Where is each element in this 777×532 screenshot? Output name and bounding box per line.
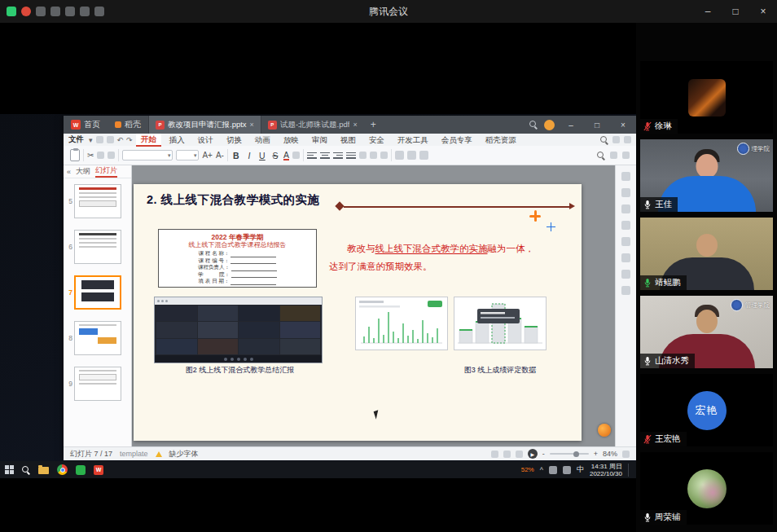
wps-taskbar-icon[interactable]: W: [94, 465, 103, 475]
cut-icon[interactable]: ✂: [87, 151, 94, 160]
insert-picture-button[interactable]: [407, 151, 416, 160]
doc-tab-pdf[interactable]: P 试题-北师珠试题.pdf ×: [261, 116, 364, 134]
cloud-icon[interactable]: [612, 136, 620, 143]
slides-tab[interactable]: 幻灯片: [95, 165, 117, 178]
ribbon-search-icon[interactable]: [600, 136, 608, 144]
fit-window-button[interactable]: [622, 451, 630, 458]
participant-tile-speaking[interactable]: 靖鲲鹏: [640, 218, 773, 290]
participant-tile[interactable]: 管理学院 山清水秀: [640, 296, 773, 368]
ribbon-tab-transition[interactable]: 切换: [222, 134, 247, 146]
recording-icon[interactable]: [21, 7, 31, 16]
ribbon-tab-slideshow[interactable]: 放映: [279, 134, 304, 146]
zoom-slider[interactable]: [550, 453, 589, 455]
resource-pane-icon[interactable]: [621, 270, 630, 279]
ribbon-tab-home[interactable]: 开始: [136, 134, 161, 147]
play-slideshow-button[interactable]: ▶: [528, 449, 538, 459]
participant-tile[interactable]: 理学院 王佳: [640, 139, 773, 212]
animation-pane-icon[interactable]: [621, 204, 630, 213]
slide-thumbnail[interactable]: 8: [64, 315, 131, 361]
collapse-ribbon-icon[interactable]: [624, 136, 631, 143]
ribbon-tab-docer-res[interactable]: 稻壳资源: [481, 134, 521, 146]
view-normal-button[interactable]: [491, 451, 498, 458]
font-size-select[interactable]: ▾: [176, 150, 199, 160]
ribbon-tab-devtools[interactable]: 开发工具: [393, 134, 433, 146]
settings-icon[interactable]: [80, 7, 90, 16]
bullets-button[interactable]: [359, 152, 367, 159]
zoom-in-button[interactable]: +: [594, 450, 598, 458]
italic-button[interactable]: I: [244, 151, 254, 160]
ribbon-tab-insert[interactable]: 插入: [165, 134, 190, 146]
template-pane-icon[interactable]: [621, 253, 630, 262]
menu-file[interactable]: 文件: [68, 134, 86, 145]
insert-textbox-button[interactable]: [419, 151, 428, 160]
tab-close-icon[interactable]: ×: [353, 121, 357, 129]
wps-minimize-button[interactable]: –: [561, 121, 581, 130]
search-icon[interactable]: [529, 121, 538, 129]
browser-icon[interactable]: [57, 464, 68, 475]
wps-docer-tab[interactable]: 稻壳: [108, 116, 148, 134]
numbering-button[interactable]: [370, 152, 377, 159]
slide-thumbnail[interactable]: 9: [64, 361, 131, 407]
ime-indicator[interactable]: 中: [577, 464, 584, 475]
network-icon[interactable]: [563, 466, 571, 474]
tab-close-icon[interactable]: ×: [250, 121, 254, 129]
ribbon-tab-animation[interactable]: 动画: [250, 134, 275, 146]
view-reading-button[interactable]: [516, 451, 523, 458]
insert-shape-button[interactable]: [395, 151, 404, 160]
slide-thumbnail[interactable]: 5: [64, 178, 131, 224]
comments-pane-icon[interactable]: [621, 221, 630, 230]
outline-tab[interactable]: 大纲: [76, 166, 90, 177]
chevron-down-icon[interactable]: ▾: [89, 136, 93, 144]
missing-font-warning[interactable]: 缺少字体: [169, 449, 199, 459]
slide-thumbnail-selected[interactable]: 7: [64, 270, 131, 315]
align-left-button[interactable]: [307, 152, 317, 160]
font-select[interactable]: ▾: [122, 150, 173, 160]
more-icon[interactable]: [94, 7, 104, 16]
accelerator-badge[interactable]: 52%: [521, 467, 534, 473]
new-tab-button[interactable]: +: [364, 119, 383, 130]
more-tools-icon[interactable]: [622, 152, 630, 159]
help-pane-icon[interactable]: [621, 286, 630, 295]
tray-expand-icon[interactable]: ^: [540, 466, 543, 474]
print-icon[interactable]: [107, 136, 114, 143]
close-button[interactable]: ×: [749, 0, 777, 23]
ribbon-tab-design[interactable]: 设计: [193, 134, 218, 146]
find-replace-icon[interactable]: [597, 152, 605, 160]
participant-tile[interactable]: 宏艳 王宏艳: [640, 374, 773, 446]
wechat-icon[interactable]: [76, 465, 86, 475]
taskbar-search-icon[interactable]: [22, 466, 30, 474]
doc-tab-pptx[interactable]: P 教改项目申请汇报.pptx ×: [148, 116, 261, 134]
assistant-ball-icon[interactable]: [598, 424, 611, 437]
font-color-button[interactable]: A: [283, 151, 289, 160]
highlight-button[interactable]: [292, 152, 300, 159]
format-painter-icon[interactable]: [108, 152, 115, 159]
align-center-button[interactable]: [320, 152, 330, 160]
ribbon-tab-review[interactable]: 审阅: [307, 134, 332, 146]
line-spacing-button[interactable]: [380, 152, 388, 159]
design-pane-icon[interactable]: [621, 237, 630, 246]
select-tool-icon[interactable]: [610, 152, 617, 159]
layout-icon[interactable]: [65, 7, 75, 16]
user-avatar[interactable]: [544, 120, 555, 130]
participant-tile[interactable]: 周荣辅: [640, 452, 773, 525]
ribbon-tab-view[interactable]: 视图: [336, 134, 361, 146]
view-sorter-button[interactable]: [503, 451, 511, 458]
notification-area[interactable]: [628, 464, 631, 477]
volume-icon[interactable]: [549, 466, 557, 474]
bold-button[interactable]: B: [231, 151, 241, 160]
increase-font-button[interactable]: A+: [202, 151, 213, 160]
file-explorer-icon[interactable]: [38, 467, 49, 474]
undo-icon[interactable]: ↶: [117, 136, 124, 144]
strikethrough-button[interactable]: S: [270, 151, 280, 160]
ribbon-tab-member[interactable]: 会员专享: [437, 134, 477, 146]
panel-collapse-icon[interactable]: «: [67, 168, 71, 176]
copy-icon[interactable]: [97, 152, 104, 159]
decrease-font-button[interactable]: A-: [216, 151, 224, 160]
wps-maximize-button[interactable]: □: [587, 121, 607, 130]
apps-icon[interactable]: [50, 7, 60, 16]
object-layer-icon[interactable]: [621, 188, 630, 197]
underline-button[interactable]: U: [257, 151, 267, 160]
zoom-out-button[interactable]: -: [542, 450, 545, 458]
properties-icon[interactable]: [621, 172, 630, 181]
redo-icon[interactable]: ↷: [126, 136, 133, 144]
